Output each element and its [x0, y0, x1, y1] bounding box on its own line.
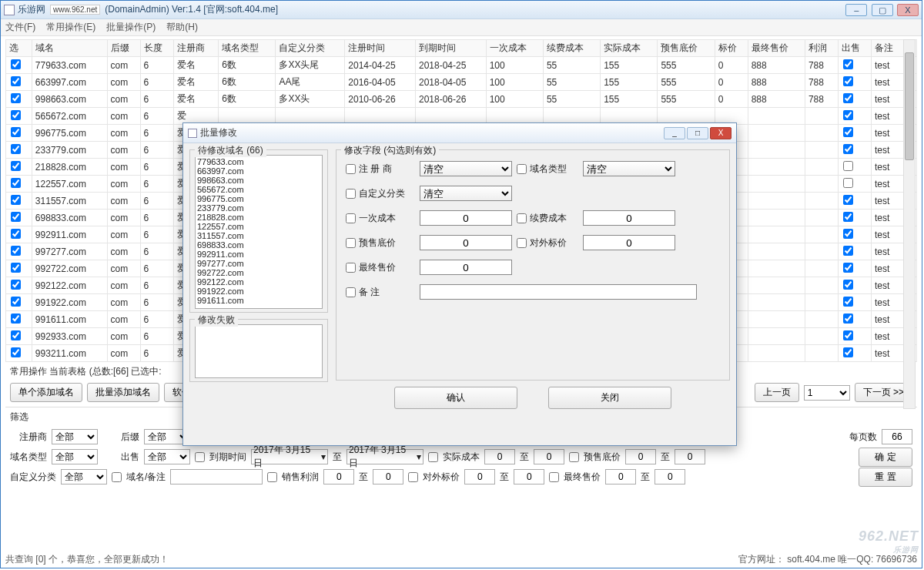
chk-d-registrar[interactable]: [346, 164, 356, 174]
row-sold[interactable]: [843, 314, 853, 324]
table-row[interactable]: 998663.comcom6爱名6数多XX头2010-06-262018-06-…: [6, 91, 917, 108]
col-header[interactable]: 出售: [838, 40, 871, 57]
col-header[interactable]: 后缀: [107, 40, 140, 57]
minimize-button[interactable]: –: [845, 4, 867, 16]
maximize-button[interactable]: ▢: [872, 4, 893, 16]
row-sold[interactable]: [843, 347, 853, 357]
col-header[interactable]: 自定义分类: [276, 40, 345, 57]
row-select[interactable]: [11, 161, 21, 171]
in-per-page[interactable]: [882, 429, 912, 444]
row-select[interactable]: [11, 212, 21, 222]
chk-d-cat[interactable]: [346, 189, 356, 199]
chk-d-presale[interactable]: [346, 238, 356, 248]
row-select[interactable]: [11, 314, 21, 324]
chk-d-cost-renew[interactable]: [517, 213, 527, 223]
row-sold[interactable]: [843, 161, 853, 171]
col-header[interactable]: 利润: [805, 40, 838, 57]
menu-file[interactable]: 文件(F): [5, 21, 35, 34]
col-header[interactable]: 一次成本: [486, 40, 543, 57]
chk-final-price[interactable]: [549, 472, 559, 482]
row-select[interactable]: [11, 178, 21, 188]
row-sold[interactable]: [843, 127, 853, 137]
in-d-cost-renew[interactable]: [583, 210, 675, 226]
table-scrollbar[interactable]: [903, 39, 916, 409]
menu-help[interactable]: 帮助(H): [166, 21, 198, 34]
sel-registrar[interactable]: 全部: [52, 429, 98, 444]
row-sold[interactable]: [843, 297, 853, 307]
col-header[interactable]: 标价: [715, 40, 748, 57]
row-sold[interactable]: [843, 229, 853, 239]
chk-d-note[interactable]: [346, 287, 356, 297]
chk-sale-profit[interactable]: [267, 472, 277, 482]
row-sold[interactable]: [843, 330, 853, 340]
filter-reset-button[interactable]: 重 置: [859, 468, 912, 487]
col-header[interactable]: 域名: [32, 40, 107, 57]
col-header[interactable]: 域名类型: [219, 40, 276, 57]
add-batch-button[interactable]: 批量添加域名: [87, 383, 159, 402]
in-d-outprice[interactable]: [583, 235, 675, 250]
dialog-ok-button[interactable]: 确认: [394, 387, 517, 409]
date-exp-from[interactable]: 2017年 3月15日 ▾: [251, 449, 328, 464]
add-single-button[interactable]: 单个添加域名: [10, 383, 82, 402]
domain-listbox[interactable]: 779633.com663997.com998663.com565672.com…: [195, 155, 323, 309]
close-button[interactable]: X: [897, 4, 919, 16]
row-sold[interactable]: [843, 76, 853, 86]
row-select[interactable]: [11, 127, 21, 137]
dialog-min-button[interactable]: _: [664, 127, 685, 139]
row-select[interactable]: [11, 93, 21, 103]
row-sold[interactable]: [843, 246, 853, 256]
col-header[interactable]: 续费成本: [543, 40, 600, 57]
prev-page-button[interactable]: 上一页: [755, 383, 799, 402]
page-select[interactable]: 1: [804, 385, 850, 401]
table-row[interactable]: 663997.comcom6爱名6数AA尾2016-04-052018-04-0…: [6, 74, 917, 91]
row-select[interactable]: [11, 195, 21, 205]
row-select[interactable]: [11, 246, 21, 256]
row-select[interactable]: [11, 144, 21, 154]
row-sold[interactable]: [843, 195, 853, 205]
chk-d-final[interactable]: [346, 263, 356, 273]
sel-type[interactable]: 全部: [52, 449, 98, 464]
col-header[interactable]: 选: [6, 40, 32, 57]
row-select[interactable]: [11, 330, 21, 340]
in-d-final[interactable]: [420, 260, 512, 275]
row-sold[interactable]: [843, 178, 853, 188]
row-select[interactable]: [11, 347, 21, 357]
dialog-cancel-button[interactable]: 关闭: [548, 387, 671, 409]
sel-d-cat[interactable]: 清空: [420, 186, 512, 201]
filter-confirm-button[interactable]: 确 定: [859, 448, 912, 467]
sel-sold[interactable]: 全部: [144, 449, 190, 464]
sel-cat[interactable]: 全部: [61, 469, 107, 484]
table-row[interactable]: 779633.comcom6爱名6数多XX头尾2014-04-252018-04…: [6, 57, 917, 74]
row-sold[interactable]: [843, 144, 853, 154]
row-sold[interactable]: [843, 59, 853, 69]
menu-common[interactable]: 常用操作(E): [46, 21, 95, 34]
chk-out-price[interactable]: [408, 472, 418, 482]
dialog-max-button[interactable]: □: [687, 127, 708, 139]
row-select[interactable]: [11, 59, 21, 69]
col-header[interactable]: 实际成本: [601, 40, 658, 57]
chk-cost-real[interactable]: [428, 452, 438, 462]
col-header[interactable]: 备注: [871, 40, 904, 57]
row-sold[interactable]: [843, 212, 853, 222]
date-exp-to[interactable]: 2017年 3月15日 ▾: [346, 449, 424, 464]
row-select[interactable]: [11, 229, 21, 239]
row-sold[interactable]: [843, 93, 853, 103]
chk-d-type[interactable]: [517, 164, 527, 174]
menu-batch[interactable]: 批量操作(P): [106, 21, 156, 34]
sel-d-type[interactable]: 清空: [583, 161, 675, 176]
chk-d-cost-once[interactable]: [346, 213, 356, 223]
chk-exptime[interactable]: [195, 452, 205, 462]
in-d-note[interactable]: [420, 284, 697, 300]
chk-presale[interactable]: [569, 452, 579, 462]
row-sold[interactable]: [843, 280, 853, 290]
row-select[interactable]: [11, 76, 21, 86]
in-domain-note[interactable]: [170, 469, 263, 484]
row-select[interactable]: [11, 110, 21, 120]
in-d-presale[interactable]: [420, 235, 512, 250]
col-header[interactable]: 到期时间: [416, 40, 487, 57]
row-select[interactable]: [11, 263, 21, 273]
row-select[interactable]: [11, 280, 21, 290]
sel-d-registrar[interactable]: 清空: [420, 161, 512, 176]
col-header[interactable]: 注册商: [173, 40, 219, 57]
dialog-close-button[interactable]: X: [710, 127, 732, 139]
